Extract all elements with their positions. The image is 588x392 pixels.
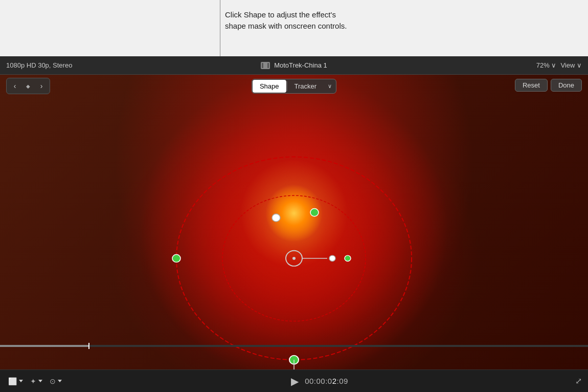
action-buttons: Reset Done [515, 79, 582, 92]
timecode-prefix: 00:00:0 [305, 377, 332, 385]
shape-tracker-group: Shape Tracker ∨ [252, 79, 336, 94]
tracker-button[interactable]: Tracker [287, 79, 324, 93]
timecode-display: 00:00:02:09 [305, 377, 348, 385]
tracker-chevron-button[interactable]: ∨ [324, 79, 336, 93]
top-bar-right: 72% ∨ View ∨ [390, 61, 582, 69]
speed-button[interactable]: ⊙ [48, 376, 64, 386]
keyframe-icon: ◆ [26, 83, 30, 89]
scrubber[interactable] [0, 345, 588, 347]
viewer: ‹ ◆ › Shape Tracker ∨ [0, 75, 588, 369]
transport-right: ⤢ [575, 376, 582, 386]
speed-icon: ⊙ [50, 377, 56, 385]
nav-prev-icon: ‹ [14, 82, 16, 90]
clip-title: MotoTrek-China 1 [274, 61, 327, 69]
crop-chevron-icon [19, 380, 23, 382]
nav-next-icon: › [40, 82, 43, 90]
chevron-down-icon: ∨ [328, 83, 332, 89]
done-label: Done [558, 81, 574, 89]
tooltip-line1: Click Shape to adjust the effect's [225, 10, 336, 19]
film-icon [261, 62, 270, 69]
tracker-label: Tracker [295, 82, 317, 90]
speed-chevron-icon [58, 380, 62, 382]
scrubber-fill [0, 345, 88, 347]
play-icon: ▶ [291, 376, 299, 387]
control-point-rotate [272, 214, 280, 222]
control-point-outer-right [345, 255, 351, 261]
top-bar: 1080p HD 30p, Stereo MotoTrek-China 1 72… [0, 56, 588, 75]
tooltip-area: Click Shape to adjust the effect's shape… [0, 0, 588, 56]
video-player: 1080p HD 30p, Stereo MotoTrek-China 1 72… [0, 56, 588, 392]
play-button[interactable]: ▶ [291, 375, 299, 387]
nav-keyframe-button[interactable]: ◆ [22, 80, 34, 92]
center-dot [292, 257, 296, 260]
format-label: 1080p HD 30p, Stereo [6, 61, 198, 69]
control-point-top [310, 209, 319, 216]
crop-icon: ⬜ [8, 377, 17, 385]
shape-label: Shape [260, 82, 279, 90]
shape-button[interactable]: Shape [253, 80, 286, 93]
fullscreen-icon: ⤢ [575, 377, 582, 385]
reset-button[interactable]: Reset [515, 79, 548, 92]
scrubber-playhead [88, 343, 89, 349]
shape-mask-overlay [0, 75, 588, 369]
zoom-level: 72% ∨ [536, 61, 557, 69]
tooltip-line2: shape mask with onscreen controls. [225, 21, 347, 30]
magic-wand-icon: ✦ [30, 377, 36, 385]
transport-center: ▶ 00:00:02:09 [64, 375, 575, 387]
nav-prev-button[interactable]: ‹ [9, 80, 21, 92]
clip-info: MotoTrek-China 1 [198, 61, 390, 69]
control-point-left [172, 254, 180, 262]
wand-chevron-icon [38, 380, 42, 382]
timecode-suffix: :09 [337, 377, 348, 385]
nav-group: ‹ ◆ › [6, 78, 50, 94]
video-format: 1080p HD 30p, Stereo [6, 61, 72, 69]
crop-tool-button[interactable]: ⬜ [6, 376, 25, 386]
transport-tools: ⬜ ✦ ⊙ [6, 376, 64, 386]
done-button[interactable]: Done [551, 79, 582, 92]
magic-wand-button[interactable]: ✦ [28, 376, 44, 386]
tooltip-text: Click Shape to adjust the effect's shape… [225, 9, 347, 32]
zoom-button[interactable]: 72% ∨ [536, 61, 557, 69]
transport-bar: ⬜ ✦ ⊙ ▶ 00:00:02:09 ⤢ [0, 369, 588, 392]
timecode-current: 2 [332, 377, 337, 385]
reset-label: Reset [523, 81, 540, 89]
viewer-toolbar: ‹ ◆ › Shape Tracker ∨ [0, 75, 588, 97]
control-point-radius-right [329, 255, 335, 261]
view-label: View ∨ [560, 61, 582, 69]
fullscreen-button[interactable]: ⤢ [575, 376, 582, 386]
view-button[interactable]: View ∨ [560, 61, 582, 69]
tooltip-connector-line [220, 0, 220, 56]
nav-next-button[interactable]: › [35, 80, 48, 92]
